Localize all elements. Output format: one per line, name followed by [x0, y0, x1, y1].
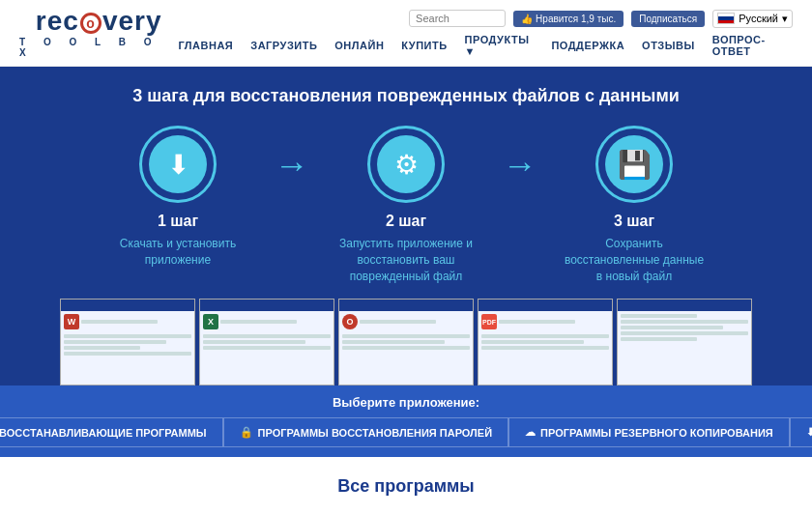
- logo-text: recovery: [36, 8, 162, 35]
- step-2-number: 2 шаг: [386, 213, 426, 230]
- header-right: 👍 Нравится 1,9 тыс. Подписаться Русский …: [178, 10, 793, 57]
- chevron-down-icon: ▾: [782, 13, 788, 25]
- step-3-icon: 💾: [605, 135, 663, 193]
- step-2-desc: Запустить приложение ивосстановить вашпо…: [339, 236, 473, 284]
- step-2-icon: ⚙: [377, 135, 435, 193]
- steps-title: 3 шага для восстановления поврежденных ф…: [39, 86, 773, 106]
- app-selector: Выберите приложение: ☰ ВСЕ ПРОГРАММЫ ↺ В…: [0, 386, 812, 457]
- screenshot-3[interactable]: O: [338, 299, 474, 386]
- fb-subscribe-label: Подписаться: [639, 14, 697, 24]
- tab-passwords[interactable]: 🔒 ПРОГРАММЫ ВОССТАНОВЛЕНИЯ ПАРОЛЕЙ: [223, 417, 509, 447]
- language-selector[interactable]: Русский ▾: [712, 10, 793, 28]
- screenshot-4[interactable]: PDF: [478, 299, 613, 386]
- tab-passwords-icon: 🔒: [240, 426, 253, 439]
- nav-support[interactable]: ПОДДЕРЖКА: [551, 40, 624, 51]
- tab-free[interactable]: ⬇ БЕСПЛАТНЫЕ ПРОГРАММЫ: [790, 417, 812, 447]
- tab-backup[interactable]: ☁ ПРОГРАММЫ РЕЗЕРВНОГО КОПИРОВАНИЯ: [508, 417, 790, 447]
- step-3-icon-circle: 💾: [595, 126, 673, 203]
- screenshot-5[interactable]: [617, 299, 752, 386]
- nav-buy[interactable]: КУПИТЬ: [401, 40, 447, 51]
- tab-free-icon: ⬇: [806, 426, 812, 439]
- step-2-icon-circle: ⚙: [367, 126, 445, 203]
- programs-title: Все программы: [39, 476, 773, 497]
- thumbs-up-icon: 👍: [521, 14, 533, 24]
- nav-download[interactable]: ЗАГРУЗИТЬ: [250, 40, 317, 51]
- tab-passwords-label: ПРОГРАММЫ ВОССТАНОВЛЕНИЯ ПАРОЛЕЙ: [258, 427, 493, 439]
- step-1: ⬇ 1 шаг Скачать и установитьприложение: [91, 126, 265, 269]
- tab-backup-label: ПРОГРАММЫ РЕЗЕРВНОГО КОПИРОВАНИЯ: [540, 427, 773, 439]
- step-3: 💾 3 шаг Сохранитьвосстановленные данныев…: [547, 126, 721, 284]
- nav-products[interactable]: ПРОДУКТЫ ▼: [465, 34, 535, 57]
- nav-reviews[interactable]: ОТЗЫВЫ: [642, 40, 695, 51]
- step-3-number: 3 шаг: [614, 213, 654, 230]
- step-1-number: 1 шаг: [158, 213, 198, 230]
- steps-row: ⬇ 1 шаг Скачать и установитьприложение →…: [39, 126, 773, 284]
- step-1-icon: ⬇: [149, 135, 207, 193]
- step-1-desc: Скачать и установитьприложение: [120, 236, 236, 269]
- page-header: recovery T O O L B O X 👍 Нравится 1,9 ты…: [0, 0, 812, 67]
- step-1-icon-circle: ⬇: [139, 126, 217, 203]
- fb-like-button[interactable]: 👍 Нравится 1,9 тыс.: [513, 11, 624, 27]
- arrow-2: →: [493, 145, 547, 186]
- fb-subscribe-button[interactable]: Подписаться: [631, 11, 705, 27]
- tab-recovery[interactable]: ↺ ВОССТАНАВЛИВАЮЩИЕ ПРОГРАММЫ: [0, 417, 223, 447]
- screenshot-2[interactable]: X: [199, 299, 334, 386]
- screenshot-1[interactable]: W: [60, 299, 195, 386]
- tab-backup-icon: ☁: [525, 426, 536, 439]
- logo[interactable]: recovery T O O L B O X: [19, 8, 178, 58]
- header-top-actions: 👍 Нравится 1,9 тыс. Подписаться Русский …: [409, 10, 793, 28]
- arrow-1: →: [265, 145, 319, 186]
- logo-subtitle: T O O L B O X: [19, 37, 178, 58]
- app-selector-label: Выберите приложение:: [19, 395, 793, 410]
- flag-icon: [717, 13, 735, 24]
- nav-faq[interactable]: ВОПРОС-ОТВЕТ: [712, 34, 793, 57]
- nav-online[interactable]: ОНЛАЙН: [334, 40, 384, 51]
- search-input[interactable]: [409, 10, 506, 27]
- step-3-desc: Сохранитьвосстановленные данныев новый ф…: [565, 236, 704, 284]
- nav-bar: ГЛАВНАЯ ЗАГРУЗИТЬ ОНЛАЙН КУПИТЬ ПРОДУКТЫ…: [178, 34, 793, 57]
- step-2: ⚙ 2 шаг Запустить приложение ивосстанови…: [319, 126, 493, 284]
- screenshots-strip: W X: [39, 284, 773, 386]
- nav-home[interactable]: ГЛАВНАЯ: [178, 40, 233, 51]
- tab-recovery-label: ВОССТАНАВЛИВАЮЩИЕ ПРОГРАММЫ: [0, 427, 207, 439]
- language-label: Русский: [739, 13, 778, 24]
- programs-section: Все программы A Recovery Toolbox for Acc…: [0, 457, 812, 514]
- fb-like-count: Нравится 1,9 тыс.: [536, 14, 616, 24]
- tabs-row: ☰ ВСЕ ПРОГРАММЫ ↺ ВОССТАНАВЛИВАЮЩИЕ ПРОГ…: [19, 417, 793, 447]
- steps-section: 3 шага для восстановления поврежденных ф…: [0, 67, 812, 386]
